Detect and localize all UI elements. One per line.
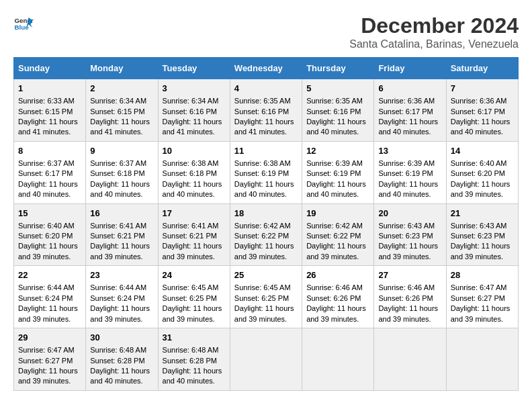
sunset-text: Sunset: 6:16 PM [306,107,361,116]
day-number: 18 [234,208,298,220]
daylight-text: Daylight: 11 hours and 41 minutes. [90,118,150,136]
sunrise-text: Sunrise: 6:41 AM [90,222,146,230]
daylight-text: Daylight: 11 hours and 39 minutes. [378,242,438,260]
calendar-cell [302,328,374,391]
sunrise-text: Sunrise: 6:33 AM [18,97,75,105]
calendar-cell: 19Sunrise: 6:42 AMSunset: 6:22 PMDayligh… [302,203,374,266]
daylight-text: Daylight: 11 hours and 40 minutes. [163,180,222,198]
calendar-cell: 31Sunrise: 6:48 AMSunset: 6:28 PMDayligh… [158,328,230,391]
day-number: 8 [18,145,81,157]
sunset-text: Sunset: 6:23 PM [378,232,433,240]
daylight-text: Daylight: 11 hours and 40 minutes. [90,180,150,198]
day-number: 31 [163,332,226,344]
daylight-text: Daylight: 11 hours and 39 minutes. [378,304,438,322]
calendar-cell: 3Sunrise: 6:34 AMSunset: 6:16 PMDaylight… [158,79,230,142]
sunrise-text: Sunrise: 6:45 AM [234,283,291,291]
calendar-cell: 11Sunrise: 6:38 AMSunset: 6:19 PMDayligh… [230,141,302,203]
day-number: 28 [451,269,514,281]
sunrise-text: Sunrise: 6:45 AM [163,283,219,291]
day-number: 29 [18,332,81,344]
header-day-friday: Friday [374,58,446,79]
calendar-cell: 29Sunrise: 6:47 AMSunset: 6:27 PMDayligh… [14,328,86,391]
calendar-cell: 23Sunrise: 6:44 AMSunset: 6:24 PMDayligh… [86,266,158,328]
sunrise-text: Sunrise: 6:34 AM [90,97,146,105]
week-row-4: 22Sunrise: 6:44 AMSunset: 6:24 PMDayligh… [14,266,519,328]
day-number: 21 [451,208,514,220]
daylight-text: Daylight: 11 hours and 40 minutes. [163,367,222,385]
main-title: December 2024 [349,13,519,38]
sunrise-text: Sunrise: 6:47 AM [451,283,507,291]
sunset-text: Sunset: 6:15 PM [18,107,73,116]
calendar-cell: 14Sunrise: 6:40 AMSunset: 6:20 PMDayligh… [446,141,518,203]
sunrise-text: Sunrise: 6:48 AM [90,346,146,354]
svg-text:Blue: Blue [15,24,30,31]
sunrise-text: Sunrise: 6:37 AM [90,159,146,167]
sunrise-text: Sunrise: 6:46 AM [306,283,363,291]
calendar-cell: 13Sunrise: 6:39 AMSunset: 6:19 PMDayligh… [374,141,446,203]
sunrise-text: Sunrise: 6:43 AM [451,222,507,230]
daylight-text: Daylight: 11 hours and 40 minutes. [18,180,78,198]
calendar-cell: 2Sunrise: 6:34 AMSunset: 6:15 PMDaylight… [86,79,158,142]
calendar-cell: 15Sunrise: 6:40 AMSunset: 6:20 PMDayligh… [14,203,86,266]
calendar-cell: 6Sunrise: 6:36 AMSunset: 6:17 PMDaylight… [374,79,446,142]
daylight-text: Daylight: 11 hours and 39 minutes. [18,304,78,322]
calendar-cell: 10Sunrise: 6:38 AMSunset: 6:18 PMDayligh… [158,141,230,203]
daylight-text: Daylight: 11 hours and 41 minutes. [234,118,294,136]
sunset-text: Sunset: 6:21 PM [90,232,144,240]
sunrise-text: Sunrise: 6:43 AM [378,222,435,230]
daylight-text: Daylight: 11 hours and 39 minutes. [163,242,222,260]
day-number: 15 [18,208,81,220]
calendar-cell [446,328,518,391]
day-number: 3 [163,83,226,95]
calendar-table: SundayMondayTuesdayWednesdayThursdayFrid… [13,57,519,391]
daylight-text: Daylight: 11 hours and 40 minutes. [90,367,150,385]
calendar-cell: 12Sunrise: 6:39 AMSunset: 6:19 PMDayligh… [302,141,374,203]
sunset-text: Sunset: 6:16 PM [234,107,289,116]
sunset-text: Sunset: 6:24 PM [18,294,73,302]
calendar-cell: 9Sunrise: 6:37 AMSunset: 6:18 PMDaylight… [86,141,158,203]
daylight-text: Daylight: 11 hours and 39 minutes. [234,242,294,260]
sunset-text: Sunset: 6:26 PM [306,294,361,302]
sunrise-text: Sunrise: 6:46 AM [378,283,435,291]
day-number: 13 [378,145,441,157]
day-number: 2 [90,83,153,95]
header-day-wednesday: Wednesday [230,58,302,79]
sunset-text: Sunset: 6:16 PM [163,107,217,116]
calendar-cell: 28Sunrise: 6:47 AMSunset: 6:27 PMDayligh… [446,266,518,328]
sunrise-text: Sunrise: 6:35 AM [234,97,291,105]
sunset-text: Sunset: 6:20 PM [18,232,73,240]
sunset-text: Sunset: 6:23 PM [451,232,505,240]
sunset-text: Sunset: 6:17 PM [451,107,505,116]
sunset-text: Sunset: 6:18 PM [163,169,217,177]
day-number: 19 [306,208,369,220]
daylight-text: Daylight: 11 hours and 39 minutes. [451,242,511,260]
day-number: 10 [163,145,226,157]
week-row-5: 29Sunrise: 6:47 AMSunset: 6:27 PMDayligh… [14,328,519,391]
sunrise-text: Sunrise: 6:38 AM [234,159,291,167]
header-day-monday: Monday [86,58,158,79]
calendar-cell: 18Sunrise: 6:42 AMSunset: 6:22 PMDayligh… [230,203,302,266]
daylight-text: Daylight: 11 hours and 40 minutes. [306,118,366,136]
sunrise-text: Sunrise: 6:35 AM [306,97,363,105]
daylight-text: Daylight: 11 hours and 41 minutes. [163,118,222,136]
header: General Blue December 2024 Santa Catalin… [13,13,519,50]
daylight-text: Daylight: 11 hours and 39 minutes. [18,367,78,385]
daylight-text: Daylight: 11 hours and 39 minutes. [451,180,511,198]
sunrise-text: Sunrise: 6:38 AM [163,159,219,167]
sunrise-text: Sunrise: 6:36 AM [451,97,507,105]
day-number: 20 [378,208,441,220]
day-number: 9 [90,145,153,157]
sunrise-text: Sunrise: 6:44 AM [18,283,75,291]
calendar-cell: 26Sunrise: 6:46 AMSunset: 6:26 PMDayligh… [302,266,374,328]
day-number: 17 [163,208,226,220]
sunrise-text: Sunrise: 6:42 AM [306,222,363,230]
sunrise-text: Sunrise: 6:36 AM [378,97,435,105]
sunset-text: Sunset: 6:22 PM [234,232,289,240]
sunrise-text: Sunrise: 6:41 AM [163,222,219,230]
sunrise-text: Sunrise: 6:44 AM [90,283,146,291]
daylight-text: Daylight: 11 hours and 40 minutes. [378,118,438,136]
day-number: 27 [378,269,441,281]
calendar-cell: 27Sunrise: 6:46 AMSunset: 6:26 PMDayligh… [374,266,446,328]
week-row-3: 15Sunrise: 6:40 AMSunset: 6:20 PMDayligh… [14,203,519,266]
calendar-cell: 7Sunrise: 6:36 AMSunset: 6:17 PMDaylight… [446,79,518,142]
